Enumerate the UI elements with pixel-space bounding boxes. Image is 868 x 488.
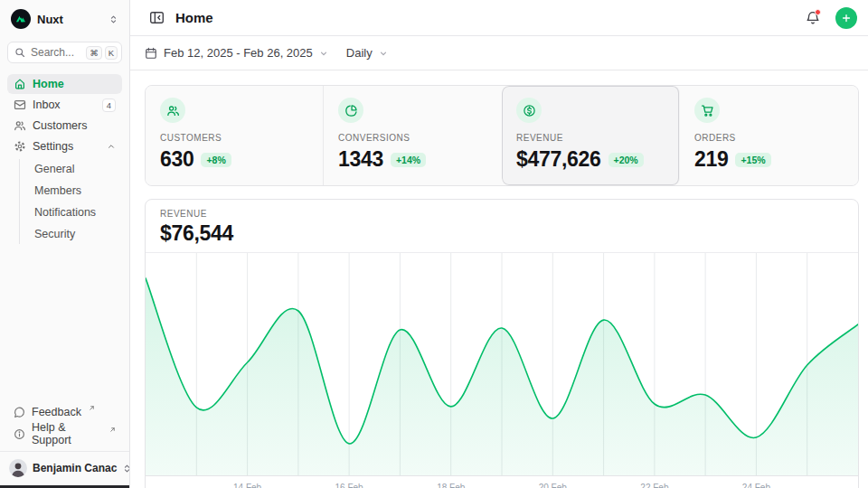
svg-text:18 Feb: 18 Feb [437,483,466,488]
settings-subnav: General Members Notifications Security [19,159,122,244]
sidebar-item-settings[interactable]: Settings [7,136,122,156]
chevrons-up-down-icon [108,14,118,24]
stat-card-revenue[interactable]: REVENUE $477,626 +20% [502,86,680,185]
sidebar-nav: Home Inbox 4 Customers Settings General [7,74,122,244]
plus-icon [841,13,852,23]
stat-delta-badge: +15% [735,153,770,167]
stat-value: $477,626 [516,147,601,172]
external-link-icon [109,427,116,433]
avatar [9,459,27,477]
sidebar-item-inbox[interactable]: Inbox 4 [7,95,122,115]
content-area: CUSTOMERS 630 +8% CONVERSIONS 1343 +14% [130,70,868,488]
chart-title: REVENUE [160,209,844,219]
user-menu[interactable]: Benjamin Canac [0,451,129,484]
chart-header: REVENUE $76,544 [146,200,858,253]
search-input[interactable]: Search... ⌘ K [7,42,122,63]
search-icon [14,47,25,58]
stats-row: CUSTOMERS 630 +8% CONVERSIONS 1343 +14% [145,85,859,186]
sidebar-collapse-button[interactable] [145,6,168,30]
nuxt-logo-icon [11,9,31,29]
stat-value: 630 [160,147,193,172]
footer-item-label: Help & Support [32,421,102,446]
chart-total-value: $76,544 [160,221,844,245]
sidebar-item-label: Settings [33,140,100,153]
notifications-button[interactable] [801,6,825,30]
add-button[interactable] [835,7,857,29]
sidebar-item-security[interactable]: Security [20,224,122,244]
svg-text:14 Feb: 14 Feb [233,483,262,488]
chart-plot[interactable]: 14 Feb16 Feb18 Feb20 Feb22 Feb24 Feb [146,253,858,488]
page-title: Home [175,10,794,25]
chat-bubble-icon [14,407,25,418]
notification-dot [815,9,821,15]
svg-text:20 Feb: 20 Feb [539,483,568,488]
sidebar-item-label: Customers [33,119,116,132]
stat-value: 219 [694,147,728,172]
chevron-up-icon [107,142,116,151]
search-placeholder: Search... [31,46,80,59]
stat-card-customers[interactable]: CUSTOMERS 630 +8% [146,86,324,185]
kbd-cmd: ⌘ [86,46,102,60]
panel-left-close-icon [149,10,165,25]
stat-card-conversions[interactable]: CONVERSIONS 1343 +14% [324,86,502,185]
date-range-label: Feb 12, 2025 - Feb 26, 2025 [164,46,313,60]
cart-icon [694,98,720,123]
home-icon [14,78,26,90]
external-link-icon [89,405,95,411]
granularity-select[interactable]: Daily [346,46,388,60]
users-icon [160,98,185,123]
svg-text:16 Feb: 16 Feb [335,483,364,488]
sidebar-item-members[interactable]: Members [20,181,122,201]
date-range-picker[interactable]: Feb 12, 2025 - Feb 26, 2025 [145,46,328,60]
revenue-area-chart: 14 Feb16 Feb18 Feb20 Feb22 Feb24 Feb [146,253,858,488]
sidebar: Nuxt Search... ⌘ K Home Inbox 4 [0,0,130,488]
team-switcher[interactable]: Nuxt [7,7,122,31]
sidebar-item-general[interactable]: General [20,159,122,179]
footer-item-label: Feedback [32,406,81,418]
team-name: Nuxt [37,13,102,26]
search-shortcut: ⌘ K [86,46,118,60]
calendar-icon [145,47,157,60]
filter-toolbar: Feb 12, 2025 - Feb 26, 2025 Daily [130,36,868,70]
main-panel: Home Feb 12, 2025 - Feb 26, 2025 Daily [130,0,868,488]
sidebar-spacer [7,244,122,402]
chevron-down-icon [379,49,388,58]
sidebar-item-notifications[interactable]: Notifications [20,202,122,222]
inbox-count-badge: 4 [102,99,116,112]
help-support-link[interactable]: Help & Support [7,424,122,444]
stat-delta-badge: +20% [609,153,644,167]
svg-text:22 Feb: 22 Feb [640,483,669,488]
dollar-circle-icon [516,98,542,123]
kbd-k: K [105,46,118,60]
granularity-label: Daily [346,46,373,60]
sidebar-item-label: Inbox [33,99,96,111]
pie-chart-icon [338,98,363,123]
svg-text:24 Feb: 24 Feb [742,483,771,488]
stat-delta-badge: +8% [201,153,231,167]
stat-label: CUSTOMERS [160,133,308,143]
users-icon [14,119,26,132]
inbox-icon [14,99,26,111]
stat-label: REVENUE [516,133,665,143]
sidebar-item-customers[interactable]: Customers [7,116,122,136]
user-name: Benjamin Canac [33,462,117,474]
stat-value: 1343 [338,147,383,172]
sidebar-item-label: Home [33,78,116,90]
info-circle-icon [14,428,25,440]
sidebar-footer: Feedback Help & Support [7,402,122,451]
stat-card-orders[interactable]: ORDERS 219 +15% [680,86,858,185]
topbar: Home [130,0,868,36]
stat-label: CONVERSIONS [338,133,486,143]
gear-icon [14,140,26,153]
stat-label: ORDERS [694,133,844,143]
chevron-down-icon [319,49,328,58]
feedback-link[interactable]: Feedback [7,402,122,422]
sidebar-item-home[interactable]: Home [7,74,122,94]
stat-delta-badge: +14% [391,153,426,167]
revenue-chart-card: REVENUE $76,544 14 Feb16 Feb18 Feb20 Feb… [145,199,859,488]
chevrons-up-down-icon [122,464,132,474]
app-window: Nuxt Search... ⌘ K Home Inbox 4 [0,0,868,488]
